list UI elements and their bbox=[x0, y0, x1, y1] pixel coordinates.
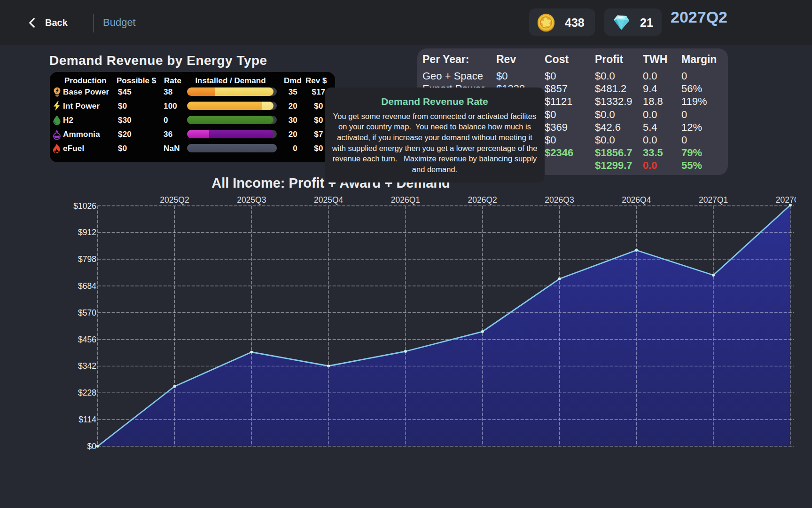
svg-text:$684: $684 bbox=[78, 281, 96, 291]
svg-text:2025Q4: 2025Q4 bbox=[314, 195, 344, 205]
svg-text:2026Q2: 2026Q2 bbox=[468, 195, 497, 205]
svg-text:$0: $0 bbox=[87, 442, 97, 451]
svg-text:2026Q4: 2026Q4 bbox=[622, 195, 651, 205]
svg-text:$228: $228 bbox=[78, 388, 96, 397]
svg-text:$570: $570 bbox=[78, 308, 96, 318]
svg-text:$342: $342 bbox=[78, 361, 96, 371]
svg-text:2026Q3: 2026Q3 bbox=[545, 195, 574, 205]
svg-text:2026Q1: 2026Q1 bbox=[391, 195, 420, 205]
svg-text:2025Q2: 2025Q2 bbox=[160, 195, 189, 205]
svg-text:$1026: $1026 bbox=[73, 201, 96, 211]
svg-text:$456: $456 bbox=[78, 335, 96, 344]
svg-text:$114: $114 bbox=[78, 415, 96, 424]
svg-text:$798: $798 bbox=[78, 254, 96, 264]
svg-text:2027Q2: 2027Q2 bbox=[776, 195, 805, 205]
svg-text:$912: $912 bbox=[78, 228, 96, 237]
svg-text:2027Q1: 2027Q1 bbox=[699, 195, 728, 205]
svg-text:2025Q3: 2025Q3 bbox=[237, 195, 266, 205]
